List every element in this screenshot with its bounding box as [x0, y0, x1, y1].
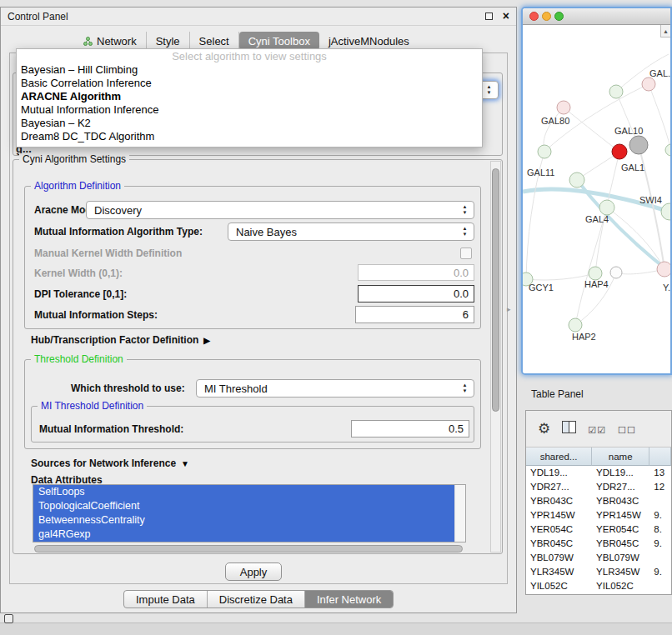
- zoom-traffic-light-icon[interactable]: [554, 12, 564, 21]
- data-attribute-item[interactable]: SelfLoops: [33, 485, 454, 499]
- algorithm-option[interactable]: Bayesian – Hill Climbing: [17, 63, 482, 77]
- table-toolbar: ⚙ ☑☑ ☐☐: [526, 411, 671, 448]
- table-row[interactable]: YLR345WYLR345W9.: [526, 565, 671, 579]
- tab-label: Style: [156, 35, 180, 48]
- tab-jactivemnodules[interactable]: jActiveMNodules: [319, 32, 419, 50]
- tab-select[interactable]: Select: [190, 32, 239, 50]
- table-cell: YDR27...: [592, 480, 649, 494]
- tab-label: Cyni Toolbox: [248, 35, 310, 48]
- algorithm-option[interactable]: Bayesian – K2: [17, 117, 482, 130]
- splitter-handle-icon[interactable]: ▸: [507, 305, 511, 313]
- tab-cyni-toolbox[interactable]: Cyni Toolbox: [239, 32, 319, 50]
- column-header[interactable]: name: [592, 448, 649, 466]
- checked-box-icon: ☑: [588, 425, 597, 435]
- table-body: YDL19...YDL19...13YDR27...YDR27...12YBR0…: [526, 466, 671, 594]
- scrollbar-thumb[interactable]: [34, 545, 463, 552]
- sources-toggle[interactable]: Sources for Network Inference▼: [31, 458, 189, 469]
- kernel-width-input[interactable]: 0.0: [358, 264, 474, 281]
- combo-arrows-icon: ▲▼: [459, 226, 470, 238]
- panel-title: Control Panel: [8, 11, 68, 22]
- data-attribute-item[interactable]: TopologicalCoefficient: [33, 499, 454, 513]
- network-node[interactable]: [589, 267, 602, 280]
- table-row[interactable]: YBL079WYBL079W: [526, 551, 671, 565]
- network-node[interactable]: [629, 136, 648, 154]
- settings-scrollbar[interactable]: [490, 161, 501, 552]
- kernel-width-label: Kernel Width (0,1):: [34, 268, 123, 279]
- docked-panel-icon[interactable]: [4, 614, 13, 623]
- apply-button[interactable]: Apply: [225, 562, 282, 581]
- column-header[interactable]: [649, 448, 671, 466]
- data-attributes-list[interactable]: SelfLoopsTopologicalCoefficientBetweenne…: [33, 484, 466, 542]
- network-node[interactable]: [642, 78, 655, 91]
- mi-threshold-input[interactable]: 0.5: [351, 420, 469, 438]
- network-node[interactable]: [557, 101, 570, 114]
- table-row[interactable]: YIL052CYIL052C: [526, 579, 671, 593]
- table-cell: YLR345W: [526, 565, 592, 579]
- gear-icon[interactable]: ⚙: [538, 420, 550, 438]
- hub-definition-toggle[interactable]: Hub/Transcription Factor Definition▶: [31, 334, 210, 346]
- dpi-tolerance-label: DPI Tolerance [0,1]:: [34, 288, 127, 300]
- bottom-tab-bar: Impute DataDiscretize DataInfer Network: [123, 590, 394, 608]
- table-cell: YIL052C: [526, 579, 592, 593]
- close-icon[interactable]: ×: [503, 9, 509, 22]
- table-row[interactable]: YER054CYER054C8.: [526, 522, 671, 537]
- scrollbar-thumb[interactable]: [492, 168, 499, 412]
- network-node[interactable]: [599, 200, 614, 215]
- select-all-columns-icon[interactable]: ☑☑: [588, 422, 606, 437]
- network-node[interactable]: [661, 203, 672, 220]
- network-edge[interactable]: [575, 208, 607, 325]
- network-node[interactable]: [609, 85, 623, 98]
- table-row[interactable]: YDL19...YDL19...13: [526, 466, 671, 480]
- network-node[interactable]: [569, 318, 582, 332]
- network-view-window[interactable]: ▲ GAL...GAL80GAL10GAL11GAL1SWI4GAL4GCY1H…: [521, 7, 672, 375]
- column-header[interactable]: shared...: [526, 448, 592, 466]
- dpi-tolerance-input[interactable]: 0.0: [358, 285, 474, 302]
- table-row[interactable]: YPR145WYPR145W9.: [526, 508, 671, 522]
- network-edge[interactable]: [649, 84, 671, 150]
- deselect-all-columns-icon[interactable]: ☐☐: [618, 422, 636, 437]
- mi-algorithm-type-select[interactable]: Naive Bayes ▲▼: [228, 222, 474, 241]
- data-attribute-item[interactable]: BetweennessCentrality: [33, 513, 454, 528]
- algorithm-option[interactable]: Mutual Information Inference: [17, 103, 482, 117]
- bottom-tab-discretize-data[interactable]: Discretize Data: [208, 591, 305, 608]
- unchecked-box-icon: ☐: [618, 425, 627, 435]
- bottom-tab-impute-data[interactable]: Impute Data: [124, 591, 208, 608]
- algorithm-option[interactable]: Dream8 DC_TDC Algorithm: [17, 130, 482, 143]
- table-cell: YDL19...: [526, 466, 592, 480]
- tab-label: jActiveMNodules: [328, 35, 409, 48]
- status-strip: [0, 622, 672, 635]
- table-row[interactable]: YDR27...YDR27...12: [526, 480, 671, 494]
- network-node[interactable]: [612, 144, 627, 159]
- bottom-tab-infer-network[interactable]: Infer Network: [305, 591, 393, 608]
- float-window-icon[interactable]: [485, 12, 493, 20]
- network-node[interactable]: [657, 262, 672, 277]
- tab-network[interactable]: Network: [74, 32, 147, 50]
- which-threshold-select[interactable]: MI Threshold ▲▼: [196, 379, 474, 398]
- algorithm-option[interactable]: ARACNE Algorithm: [17, 90, 482, 103]
- down-arrow-icon: ▼: [463, 232, 468, 238]
- minimize-traffic-light-icon[interactable]: [542, 12, 551, 21]
- data-attribute-item[interactable]: gal4RGexp: [33, 528, 454, 542]
- unchecked-box-icon: ☐: [627, 425, 636, 435]
- table-row[interactable]: YBR043CYBR043C: [526, 494, 671, 508]
- combo-arrows-icon: ▲▼: [459, 382, 470, 394]
- table-row[interactable]: YBR045CYBR045C9.: [526, 537, 671, 551]
- network-node[interactable]: [665, 144, 672, 156]
- columns-icon[interactable]: [562, 421, 576, 437]
- scroll-up-button[interactable]: ▲: [660, 25, 670, 38]
- table-cell: YDL19...: [592, 466, 649, 480]
- network-window-titlebar[interactable]: [523, 8, 670, 25]
- mi-steps-input[interactable]: 6: [355, 306, 474, 323]
- network-graph[interactable]: GAL...GAL80GAL10GAL11GAL1SWI4GAL4GCY1HAP…: [523, 25, 672, 373]
- list-scrollbar[interactable]: [454, 485, 465, 542]
- manual-kernel-checkbox[interactable]: [460, 248, 472, 259]
- network-node[interactable]: [610, 267, 622, 278]
- tab-style[interactable]: Style: [147, 32, 190, 50]
- close-traffic-light-icon[interactable]: [529, 12, 539, 21]
- horizontal-scrollbar[interactable]: [33, 544, 466, 553]
- aracne-mode-select[interactable]: Discovery ▲▼: [86, 201, 474, 219]
- algorithm-option[interactable]: Basic Correlation Inference: [17, 77, 482, 90]
- network-canvas-area[interactable]: ▲ GAL...GAL80GAL10GAL11GAL1SWI4GAL4GCY1H…: [523, 25, 670, 373]
- network-node[interactable]: [538, 145, 551, 158]
- network-node[interactable]: [569, 172, 584, 188]
